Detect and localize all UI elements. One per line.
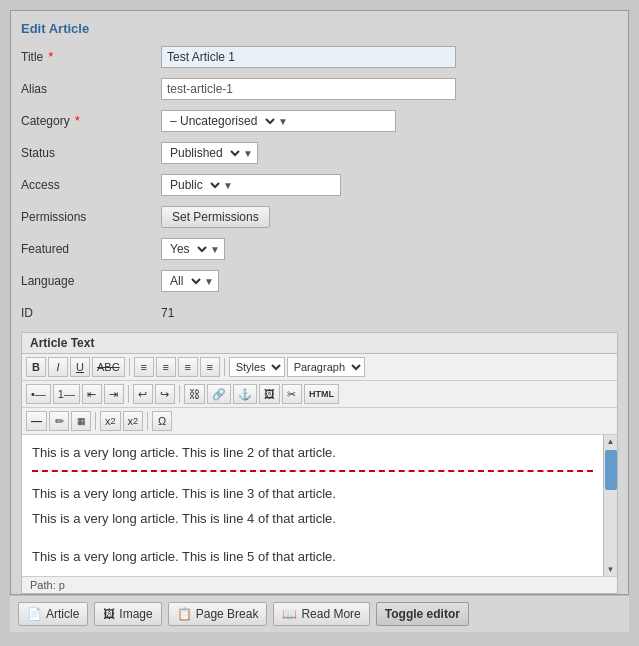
draw-button[interactable]: ✏ (49, 411, 69, 431)
unlink-button[interactable]: ⛓ (184, 384, 205, 404)
editor-scrollbar-area: This is a very long article. This is lin… (22, 435, 617, 576)
article-button[interactable]: 📄 Article (18, 602, 88, 626)
read-more-button[interactable]: 📖 Read More (273, 602, 369, 626)
title-input[interactable] (161, 46, 456, 68)
article-text-editor: Article Text B I U ABC ≡ ≡ ≡ ≡ Styles Pa… (21, 332, 618, 594)
editor-toolbar-row3: — ✏ ▦ x2 x2 Ω (22, 408, 617, 435)
id-label: ID (21, 306, 161, 320)
paragraph-select[interactable]: Paragraph (287, 357, 365, 377)
page-break-icon: 📋 (177, 607, 192, 621)
status-select[interactable]: Published (162, 143, 243, 163)
image-button[interactable]: 🖼 (259, 384, 280, 404)
id-value: 71 (161, 306, 174, 320)
language-label: Language (21, 274, 161, 288)
category-select[interactable]: – Uncategorised (162, 111, 278, 131)
scroll-up-arrow[interactable]: ▲ (605, 435, 617, 448)
page-break-divider (32, 470, 593, 472)
underline-button[interactable]: U (70, 357, 90, 377)
editor-label: Article Text (22, 333, 617, 354)
editor-content[interactable]: This is a very long article. This is lin… (22, 435, 603, 576)
editor-line-4: This is a very long article. This is lin… (32, 547, 593, 568)
scroll-down-arrow[interactable]: ▼ (605, 563, 617, 576)
language-row: Language All ▼ (21, 268, 618, 294)
toggle-editor-button[interactable]: Toggle editor (376, 602, 469, 626)
table-button[interactable]: ▦ (71, 411, 91, 431)
id-row: ID 71 (21, 300, 618, 326)
editor-toolbar-row2: •— 1— ⇤ ⇥ ↩ ↪ ⛓ 🔗 ⚓ 🖼 ✂ HTML (22, 381, 617, 408)
unordered-list-button[interactable]: •— (26, 384, 51, 404)
align-justify-button[interactable]: ≡ (200, 357, 220, 377)
styles-select[interactable]: Styles (229, 357, 285, 377)
alias-input[interactable] (161, 78, 456, 100)
align-left-button[interactable]: ≡ (134, 357, 154, 377)
strikethrough-button[interactable]: ABC (92, 357, 125, 377)
html-button[interactable]: HTML (304, 384, 339, 404)
editor-toolbar-row1: B I U ABC ≡ ≡ ≡ ≡ Styles Paragraph (22, 354, 617, 381)
title-row: Title * (21, 44, 618, 70)
scrollbar-thumb[interactable] (605, 450, 617, 490)
read-more-icon: 📖 (282, 607, 297, 621)
access-select[interactable]: Public (162, 175, 223, 195)
featured-row: Featured Yes ▼ (21, 236, 618, 262)
alias-row: Alias (21, 76, 618, 102)
link-button[interactable]: 🔗 (207, 384, 231, 404)
alias-label: Alias (21, 82, 161, 96)
undo-button[interactable]: ↩ (133, 384, 153, 404)
image-button[interactable]: 🖼 Image (94, 602, 161, 626)
redo-button[interactable]: ↪ (155, 384, 175, 404)
status-label: Status (21, 146, 161, 160)
panel-title: Edit Article (21, 21, 618, 36)
subscript-button[interactable]: x2 (100, 411, 121, 431)
cleanup-button[interactable]: ✂ (282, 384, 302, 404)
editor-body[interactable]: This is a very long article. This is lin… (22, 435, 603, 576)
align-right-button[interactable]: ≡ (178, 357, 198, 377)
article-icon: 📄 (27, 607, 42, 621)
ordered-list-button[interactable]: 1— (53, 384, 80, 404)
status-row: Status Published ▼ (21, 140, 618, 166)
category-label: Category * (21, 114, 161, 128)
hr-button[interactable]: — (26, 411, 47, 431)
anchor-button[interactable]: ⚓ (233, 384, 257, 404)
indent-button[interactable]: ⇥ (104, 384, 124, 404)
editor-line-1: This is a very long article. This is lin… (32, 443, 593, 464)
title-label: Title * (21, 50, 161, 64)
editor-line-2: This is a very long article. This is lin… (32, 484, 593, 505)
editor-line-3: This is a very long article. This is lin… (32, 509, 593, 530)
italic-button[interactable]: I (48, 357, 68, 377)
category-row: Category * – Uncategorised ▼ (21, 108, 618, 134)
permissions-row: Permissions Set Permissions (21, 204, 618, 230)
vertical-scrollbar[interactable]: ▲ ▼ (603, 435, 617, 576)
page-break-button[interactable]: 📋 Page Break (168, 602, 268, 626)
featured-label: Featured (21, 242, 161, 256)
superscript-button[interactable]: x2 (123, 411, 144, 431)
omega-button[interactable]: Ω (152, 411, 172, 431)
permissions-label: Permissions (21, 210, 161, 224)
outdent-button[interactable]: ⇤ (82, 384, 102, 404)
language-select[interactable]: All (162, 271, 204, 291)
featured-select[interactable]: Yes (162, 239, 210, 259)
access-row: Access Public ▼ (21, 172, 618, 198)
align-center-button[interactable]: ≡ (156, 357, 176, 377)
access-label: Access (21, 178, 161, 192)
bold-button[interactable]: B (26, 357, 46, 377)
bottom-toolbar: 📄 Article 🖼 Image 📋 Page Break 📖 Read Mo… (10, 595, 629, 632)
image-icon: 🖼 (103, 607, 115, 621)
editor-path: Path: p (22, 576, 617, 593)
set-permissions-button[interactable]: Set Permissions (161, 206, 270, 228)
